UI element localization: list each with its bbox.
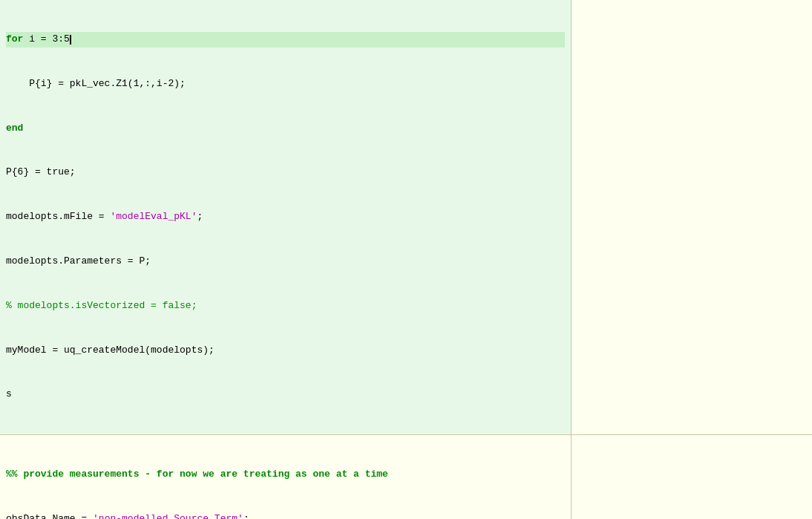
cursor-line: for i = 3:5 <box>6 32 565 48</box>
code-line: obsData.Name = 'non-modelled Source Term… <box>6 512 565 519</box>
code-editor: for i = 3:5 P{i} = pkL_vec.Z1(1,:,i-2); … <box>0 0 812 519</box>
section-measurements-right <box>572 435 812 519</box>
code-line-comment: %% provide measurements - for now we are… <box>6 467 565 483</box>
code-line: P{i} = pkL_vec.Z1(1,:,i-2); <box>6 76 565 92</box>
section-loop-code[interactable]: for i = 3:5 P{i} = pkL_vec.Z1(1,:,i-2); … <box>0 0 572 434</box>
section-loop: for i = 3:5 P{i} = pkL_vec.Z1(1,:,i-2); … <box>0 0 812 435</box>
section-loop-right <box>572 0 812 434</box>
code-line: modelopts.mFile = 'modelEval_pKL'; <box>6 209 565 225</box>
code-line: P{6} = true; <box>6 165 565 180</box>
code-line: % modelopts.isVectorized = false; <box>6 298 565 314</box>
code-line: myModel = uq_createModel(modelopts); <box>6 343 565 359</box>
code-line: modelopts.Parameters = P; <box>6 254 565 270</box>
section-measurements-code[interactable]: %% provide measurements - for now we are… <box>0 435 572 519</box>
code-line: s <box>6 387 565 402</box>
code-line: end <box>6 121 565 137</box>
section-measurements: %% provide measurements - for now we are… <box>0 435 812 519</box>
